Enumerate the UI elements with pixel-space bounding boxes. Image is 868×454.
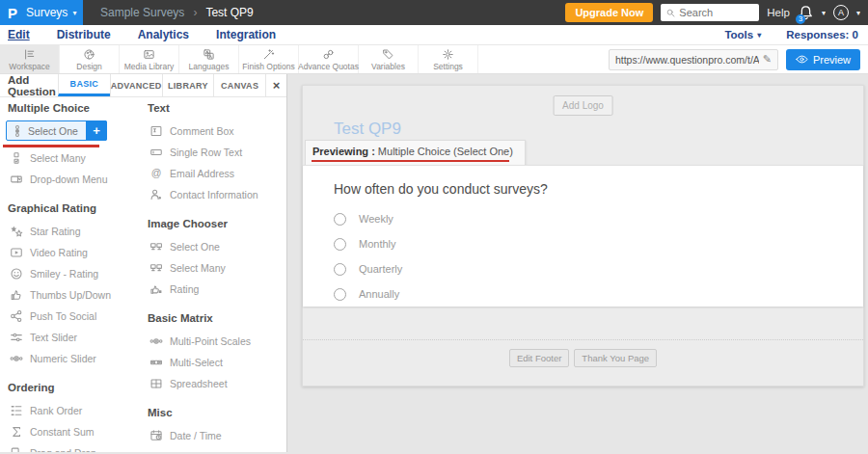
qtype-thumbs-up-down[interactable]: Thumbs Up/Down [0, 284, 135, 306]
answer-option-annually[interactable]: Annually [334, 281, 863, 307]
quotas-icon [322, 48, 335, 61]
preview-button[interactable]: Preview [786, 49, 860, 70]
notifications-button[interactable]: 3 [798, 5, 814, 21]
qtype-text-slider[interactable]: Text Slider [0, 327, 135, 348]
radio-button[interactable] [334, 288, 346, 301]
radio-button[interactable] [334, 263, 346, 276]
qtype-comment-box[interactable]: Comment Box [140, 120, 286, 142]
toolbar-media-library[interactable]: Media Library [120, 45, 179, 73]
chevron-down-icon[interactable]: ▾ [856, 9, 860, 17]
close-panel-button[interactable]: × [265, 74, 286, 96]
survey-url-input[interactable] [615, 54, 759, 66]
nav-analytics[interactable]: Analytics [138, 28, 189, 41]
help-link[interactable]: Help [767, 7, 790, 18]
qtype-label: Select One [170, 241, 220, 253]
search-input[interactable] [679, 7, 754, 18]
survey-nav-items: EditDistributeAnalyticsIntegration [0, 28, 276, 41]
answer-option-label: Monthly [359, 238, 396, 250]
radio-button[interactable] [334, 213, 346, 226]
breadcrumb-parent[interactable]: Sample Surveys [100, 6, 184, 19]
toolbar-languages[interactable]: Languages [179, 45, 239, 73]
qtype-date-time[interactable]: Date / Time [140, 425, 286, 446]
qtype-push-to-social[interactable]: Push To Social [0, 306, 135, 327]
main-area: Add Question BASICADVANCEDLIBRARYCANVAS … [0, 74, 868, 452]
tools-label: Tools [724, 29, 753, 40]
survey-title[interactable]: Test QP9 [334, 120, 401, 139]
sigma-icon [9, 425, 23, 439]
qtype-label: Push To Social [30, 310, 96, 322]
qtype-multi-point-scales[interactable]: Multi-Point Scales [140, 331, 286, 352]
qtype-constant-sum[interactable]: Constant Sum [0, 421, 135, 442]
toolbar-button-label: Finish Options [242, 62, 294, 71]
qtype-star-rating[interactable]: Star Rating [0, 221, 135, 242]
answer-option-label: Annually [359, 288, 399, 300]
qtype-multi-select[interactable]: Multi-Select [140, 352, 286, 373]
toolbar-advance-quotas[interactable]: Advance Quotas [299, 45, 359, 73]
nav-edit[interactable]: Edit [8, 28, 30, 41]
toolbar-workspace[interactable]: Workspace [0, 45, 60, 73]
qtype-video-rating[interactable]: Video Rating [0, 242, 135, 263]
qtype-single-row-text[interactable]: Single Row Text [140, 142, 286, 163]
toolbar-settings[interactable]: Settings [419, 45, 478, 73]
qtype-email-address[interactable]: @Email Address [140, 163, 286, 184]
toolbar-variables[interactable]: Variables [359, 45, 419, 73]
qtype-select-many[interactable]: Select Many [0, 147, 135, 169]
question-text[interactable]: How often do you conduct surveys? [334, 181, 863, 197]
qtype-drag-and-drop[interactable]: Drag and Drop [0, 442, 135, 453]
nav-integration[interactable]: Integration [216, 28, 276, 41]
qtype-label: Constant Sum [30, 426, 95, 438]
survey-footer: Edit FooterThank You Page [303, 307, 863, 386]
avatar[interactable]: A [833, 5, 849, 20]
question-types-column-2: TextComment BoxSingle Row Text@Email Add… [135, 97, 286, 452]
question-card: How often do you conduct surveys? Weekly… [303, 165, 863, 307]
chevron-down-icon[interactable]: ▾ [822, 9, 826, 17]
thumbs-icon [9, 288, 23, 302]
qtype-numeric-slider[interactable]: Numeric Slider [0, 348, 135, 369]
answer-option-monthly[interactable]: Monthly [334, 231, 863, 256]
answer-options: WeeklyMonthlyQuarterlyAnnually [334, 206, 863, 307]
tab-basic[interactable]: BASIC [58, 74, 110, 96]
qtype-rating[interactable]: Rating [140, 279, 286, 300]
qtype-drop-down-menu[interactable]: Drop-down Menu [0, 169, 135, 190]
tab-advanced[interactable]: ADVANCED [110, 74, 162, 96]
edit-footer-button[interactable]: Edit Footer [509, 349, 569, 367]
annotation-underline [312, 160, 509, 162]
tab-library[interactable]: LIBRARY [162, 74, 214, 96]
toolbar-finish-options[interactable]: Finish Options [239, 45, 299, 73]
add-question-button[interactable]: + [86, 120, 107, 141]
upgrade-now-button[interactable]: Upgrade Now [565, 3, 653, 22]
survey-nav-right: Tools ▾ Responses: 0 [724, 29, 868, 40]
qtype-select-one[interactable]: Select One [140, 236, 286, 257]
qtype-captcha[interactable]: Captcha [140, 446, 286, 452]
answer-option-quarterly[interactable]: Quarterly [334, 256, 863, 281]
qtype-smiley-rating[interactable]: Smiley - Rating [0, 263, 135, 284]
toolbar-design[interactable]: Design [60, 45, 120, 73]
design-icon [83, 48, 95, 61]
tools-menu[interactable]: Tools ▾ [724, 29, 761, 40]
survey-navbar: EditDistributeAnalyticsIntegration Tools… [0, 25, 868, 45]
add-logo-button[interactable]: Add Logo [553, 95, 613, 116]
search-box[interactable] [661, 4, 759, 21]
tab-canvas[interactable]: CANVAS [213, 74, 265, 96]
responses-count[interactable]: Responses: 0 [786, 29, 858, 40]
qtype-label: Comment Box [170, 125, 234, 137]
contact-icon [149, 188, 163, 201]
qtype-rank-order[interactable]: Rank Order [0, 400, 135, 421]
qtype-select-many[interactable]: Select Many [140, 257, 286, 279]
section-basic-matrix: Basic MatrixMulti-Point ScalesMulti-Sele… [140, 312, 286, 394]
toolbar-buttons: WorkspaceDesignMedia LibraryLanguagesFin… [0, 45, 478, 73]
brand-area[interactable]: P Surveys ▾ [0, 0, 83, 25]
qtype-select-one[interactable]: Select One+ [6, 120, 107, 141]
radio-button[interactable] [334, 238, 346, 251]
edit-url-icon[interactable]: ✎ [763, 53, 772, 66]
nav-distribute[interactable]: Distribute [57, 28, 111, 41]
topbar-actions: Upgrade Now Help 3 ▾ A ▾ [565, 3, 868, 22]
question-types-column-1: Multiple ChoiceSelect One+Select ManyDro… [0, 97, 135, 452]
qtype-contact-information[interactable]: Contact Information [140, 184, 286, 205]
answer-option-weekly[interactable]: Weekly [334, 206, 863, 231]
thank-you-page-button[interactable]: Thank You Page [574, 349, 657, 367]
previewing-label: Previewing : [312, 146, 375, 157]
qtype-spreadsheet[interactable]: Spreadsheet [140, 373, 286, 394]
qtype-label: Single Row Text [170, 147, 242, 158]
product-menu[interactable]: Surveys ▾ [26, 6, 76, 19]
